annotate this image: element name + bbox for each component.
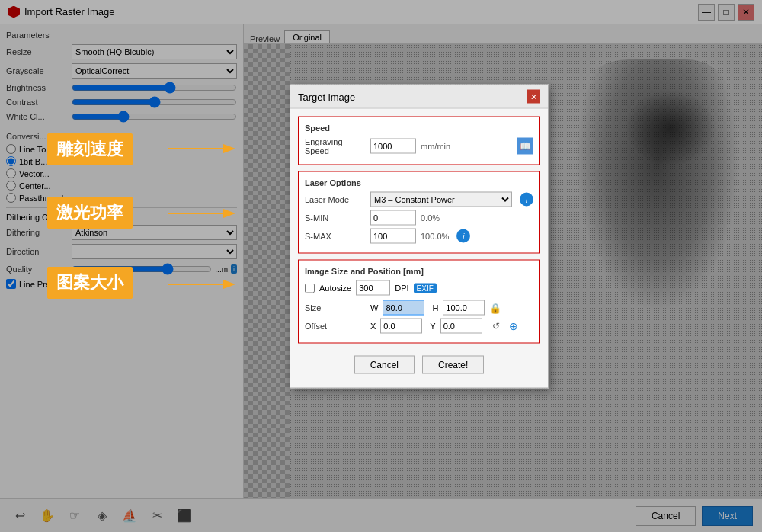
- size-w-input[interactable]: [383, 300, 424, 316]
- offset-label: Offset: [305, 322, 366, 331]
- annotation-size: 图案大小: [47, 267, 133, 299]
- lock-icon[interactable]: 🔒: [489, 302, 501, 314]
- reset-icon[interactable]: ↺: [490, 320, 502, 332]
- smax-info-icon[interactable]: i: [456, 229, 470, 243]
- smax-label: S-MAX: [305, 232, 366, 241]
- dpi-label: DPI: [395, 284, 408, 293]
- engraving-speed-input[interactable]: [370, 139, 416, 154]
- laser-mode-label: Laser Mode: [305, 195, 366, 204]
- speed-section: Speed Engraving Speed mm/min 📖: [298, 117, 540, 165]
- modal-close-button[interactable]: ✕: [527, 90, 540, 104]
- smax-row: S-MAX 100.0% i: [305, 229, 533, 244]
- smax-input[interactable]: [370, 229, 416, 244]
- autosize-dpi-input[interactable]: [356, 280, 390, 296]
- smin-label: S-MIN: [305, 213, 366, 223]
- size-h-label: H: [432, 303, 438, 312]
- modal-create-button[interactable]: Create!: [422, 356, 484, 374]
- size-position-title: Image Size and Position [mm]: [305, 267, 533, 276]
- smin-percent: 0.0%: [421, 213, 440, 223]
- size-w-label: W: [370, 303, 378, 312]
- offset-row: Offset X Y ↺ ⊕: [305, 319, 533, 334]
- speed-book-icon[interactable]: 📖: [517, 138, 533, 155]
- modal-title-text: Target image: [298, 91, 355, 102]
- offset-y-label: Y: [430, 322, 435, 331]
- offset-x-input[interactable]: [380, 319, 422, 334]
- smin-row: S-MIN 0.0%: [305, 210, 533, 226]
- laser-mode-info-icon[interactable]: i: [520, 193, 533, 207]
- engraving-speed-label: Engraving Speed: [305, 137, 366, 155]
- laser-options-title: Laser Options: [305, 178, 533, 187]
- smin-input[interactable]: [370, 210, 416, 226]
- offset-x-label: X: [370, 322, 376, 331]
- annotation-speed: 雕刻速度: [47, 133, 133, 165]
- modal-buttons: Cancel Create!: [298, 350, 540, 380]
- crosshair-icon[interactable]: ⊕: [507, 319, 520, 333]
- offset-y-input[interactable]: [440, 319, 482, 334]
- speed-section-title: Speed: [305, 123, 533, 133]
- annotation-power: 激光功率: [47, 197, 133, 229]
- speed-book-icon-container: 📖: [517, 138, 533, 155]
- modal-cancel-button[interactable]: Cancel: [354, 356, 415, 374]
- exif-badge: EXIF: [414, 283, 437, 293]
- engraving-speed-row: Engraving Speed mm/min 📖: [305, 137, 533, 155]
- size-h-input[interactable]: [443, 300, 485, 316]
- laser-options-section: Laser Options Laser Mode M3 – Constant P…: [298, 171, 540, 254]
- modal-title-bar: Target image ✕: [290, 85, 548, 109]
- engraving-speed-unit: mm/min: [421, 142, 450, 151]
- laser-mode-row: Laser Mode M3 – Constant Power i: [305, 192, 533, 207]
- autosize-row: Autosize DPI EXIF: [305, 280, 533, 296]
- autosize-checkbox[interactable]: [305, 283, 315, 293]
- laser-mode-select[interactable]: M3 – Constant Power: [370, 192, 512, 207]
- modal-body: Speed Engraving Speed mm/min 📖 Laser Opt…: [290, 109, 548, 388]
- autosize-label: Autosize: [319, 284, 351, 293]
- size-position-section: Image Size and Position [mm] Autosize DP…: [298, 260, 540, 344]
- smax-percent: 100.0%: [421, 232, 449, 241]
- target-image-modal: Target image ✕ Speed Engraving Speed mm/…: [290, 85, 549, 389]
- size-row: Size W H 🔒: [305, 300, 533, 316]
- size-label: Size: [305, 303, 366, 312]
